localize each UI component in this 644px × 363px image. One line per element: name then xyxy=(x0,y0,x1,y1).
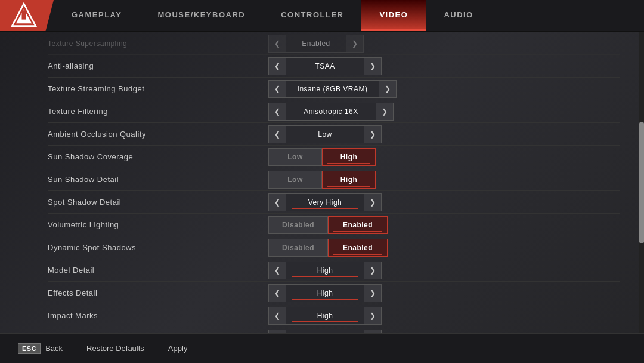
setting-label-anti-aliasing: Anti-aliasing xyxy=(48,61,268,70)
setting-control-texture-streaming: ❮ Insane (8GB VRAM) ❯ xyxy=(268,80,397,98)
setting-label-texture-filtering: Texture Filtering xyxy=(48,107,268,116)
setting-label-sun-shadow-detail: Sun Shadow Detail xyxy=(48,175,268,184)
value-box-model-detail: High xyxy=(286,262,364,279)
setting-row-anti-aliasing: Anti-aliasing ❮ TSAA ❯ xyxy=(48,55,620,78)
arrow-left-impact-marks[interactable]: ❮ xyxy=(268,307,286,325)
tab-gameplay[interactable]: GAMEPLAY xyxy=(54,0,140,31)
setting-row-impact-marks: Impact Marks ❮ High ❯ xyxy=(48,304,620,327)
restore-defaults-action[interactable]: Restore Defaults xyxy=(86,344,144,353)
restore-defaults-label: Restore Defaults xyxy=(86,344,144,353)
arrow-right-partial[interactable]: ❯ xyxy=(346,35,364,53)
toggle-disabled-dynamic[interactable]: Disabled xyxy=(268,239,328,257)
esc-key-badge: ESC xyxy=(18,343,41,354)
setting-row-model-detail: Model Detail ❮ High ❯ xyxy=(48,259,620,282)
setting-label-effects-detail: Effects Detail xyxy=(48,288,268,297)
svg-rect-2 xyxy=(21,10,26,19)
setting-row-ragdolls: Ragdolls ❮ High ❯ xyxy=(48,327,620,333)
setting-control-effects-detail: ❮ High ❯ xyxy=(268,284,382,302)
tab-controller[interactable]: CONTROLLER xyxy=(263,0,361,31)
bottom-bar: ESC Back Restore Defaults Apply xyxy=(0,333,644,363)
setting-row-volumetric-lighting: Volumetric Lighting Disabled Enabled xyxy=(48,214,620,236)
arrow-left-anti-aliasing[interactable]: ❮ xyxy=(268,57,286,75)
arrow-right-texture-filtering[interactable]: ❯ xyxy=(376,103,394,121)
toggle-high-sun-shadow-detail[interactable]: High xyxy=(322,171,376,189)
value-bar-model-detail xyxy=(292,276,358,277)
toggle-enabled-volumetric[interactable]: Enabled xyxy=(328,216,388,234)
setting-label-partial: Texture Supersampling xyxy=(48,39,268,48)
arrow-right-impact-marks[interactable]: ❯ xyxy=(364,307,382,325)
arrow-right-ambient-occlusion[interactable]: ❯ xyxy=(364,125,382,143)
scrollbar-thumb[interactable] xyxy=(639,122,644,243)
arrow-left-texture-filtering[interactable]: ❮ xyxy=(268,103,286,121)
setting-label-sun-shadow-coverage: Sun Shadow Coverage xyxy=(48,152,268,161)
value-bar-spot-shadow-detail xyxy=(292,208,358,209)
top-navigation: GAMEPLAY MOUSE/KEYBOARD CONTROLLER VIDEO… xyxy=(0,0,644,32)
back-action[interactable]: ESC Back xyxy=(18,343,63,354)
setting-control-sun-shadow-coverage: Low High xyxy=(268,148,376,166)
value-box-ambient-occlusion: Low xyxy=(286,125,364,143)
back-label: Back xyxy=(45,344,63,353)
setting-label-texture-streaming: Texture Streaming Budget xyxy=(48,84,268,93)
setting-label-spot-shadow-detail: Spot Shadow Detail xyxy=(48,198,268,207)
setting-control-model-detail: ❮ High ❯ xyxy=(268,262,382,279)
setting-control-dynamic-spot-shadows: Disabled Enabled xyxy=(268,239,388,257)
logo-area xyxy=(0,0,54,31)
tab-mouse-keyboard[interactable]: MOUSE/KEYBOARD xyxy=(140,0,263,31)
setting-control-ambient-occlusion: ❮ Low ❯ xyxy=(268,125,382,143)
main-content: Texture Supersampling ❮ Enabled ❯ Anti-a… xyxy=(0,32,644,333)
apply-label: Apply xyxy=(168,344,188,353)
value-bar-impact-marks xyxy=(292,321,358,322)
setting-label-impact-marks: Impact Marks xyxy=(48,311,268,320)
toggle-low-sun-shadow-detail[interactable]: Low xyxy=(268,171,322,189)
setting-control-texture-filtering: ❮ Anisotropic 16X ❯ xyxy=(268,103,394,121)
value-box-effects-detail: High xyxy=(286,284,364,302)
settings-panel[interactable]: Texture Supersampling ❮ Enabled ❯ Anti-a… xyxy=(0,32,644,333)
value-box-impact-marks: High xyxy=(286,307,364,325)
apex-logo xyxy=(11,2,37,29)
arrow-left-ambient-occlusion[interactable]: ❮ xyxy=(268,125,286,143)
value-box-texture-streaming: Insane (8GB VRAM) xyxy=(286,80,379,98)
setting-label-volumetric-lighting: Volumetric Lighting xyxy=(48,220,268,229)
setting-label-dynamic-spot-shadows: Dynamic Spot Shadows xyxy=(48,243,268,252)
arrow-left-spot-shadow-detail[interactable]: ❮ xyxy=(268,193,286,211)
nav-tabs: GAMEPLAY MOUSE/KEYBOARD CONTROLLER VIDEO… xyxy=(54,0,644,31)
setting-row-partial: Texture Supersampling ❮ Enabled ❯ xyxy=(48,32,620,55)
setting-control-anti-aliasing: ❮ TSAA ❯ xyxy=(268,57,382,75)
setting-row-texture-streaming: Texture Streaming Budget ❮ Insane (8GB V… xyxy=(48,78,620,100)
arrow-left-partial[interactable]: ❮ xyxy=(268,35,286,53)
setting-label-ambient-occlusion: Ambient Occlusion Quality xyxy=(48,130,268,139)
setting-row-sun-shadow-coverage: Sun Shadow Coverage Low High xyxy=(48,146,620,168)
tab-video[interactable]: VIDEO xyxy=(361,0,426,31)
arrow-right-model-detail[interactable]: ❯ xyxy=(364,262,382,279)
setting-control-impact-marks: ❮ High ❯ xyxy=(268,307,382,325)
arrow-right-texture-streaming[interactable]: ❯ xyxy=(379,80,397,98)
arrow-left-texture-streaming[interactable]: ❮ xyxy=(268,80,286,98)
arrow-right-anti-aliasing[interactable]: ❯ xyxy=(364,57,382,75)
setting-control-spot-shadow-detail: ❮ Very High ❯ xyxy=(268,193,382,211)
setting-row-spot-shadow-detail: Spot Shadow Detail ❮ Very High ❯ xyxy=(48,191,620,214)
setting-control-volumetric-lighting: Disabled Enabled xyxy=(268,216,388,234)
setting-control-partial: ❮ Enabled ❯ xyxy=(268,35,364,53)
value-box-texture-filtering: Anisotropic 16X xyxy=(286,103,376,121)
value-box-anti-aliasing: TSAA xyxy=(286,57,364,75)
toggle-enabled-dynamic[interactable]: Enabled xyxy=(328,239,388,257)
toggle-disabled-volumetric[interactable]: Disabled xyxy=(268,216,328,234)
apply-action[interactable]: Apply xyxy=(168,344,188,353)
setting-row-effects-detail: Effects Detail ❮ High ❯ xyxy=(48,282,620,304)
setting-row-sun-shadow-detail: Sun Shadow Detail Low High xyxy=(48,168,620,191)
toggle-low-sun-shadow-coverage[interactable]: Low xyxy=(268,148,322,166)
value-bar-effects-detail xyxy=(292,299,358,300)
value-box-partial: Enabled xyxy=(286,35,346,53)
arrow-right-effects-detail[interactable]: ❯ xyxy=(364,284,382,302)
value-box-spot-shadow-detail: Very High xyxy=(286,193,364,211)
tab-audio[interactable]: AUDIO xyxy=(426,0,491,31)
setting-control-sun-shadow-detail: Low High xyxy=(268,171,376,189)
setting-row-dynamic-spot-shadows: Dynamic Spot Shadows Disabled Enabled xyxy=(48,236,620,259)
arrow-left-effects-detail[interactable]: ❮ xyxy=(268,284,286,302)
arrow-left-model-detail[interactable]: ❮ xyxy=(268,262,286,279)
toggle-high-sun-shadow-coverage[interactable]: High xyxy=(322,148,376,166)
arrow-right-spot-shadow-detail[interactable]: ❯ xyxy=(364,193,382,211)
scrollbar-track xyxy=(639,32,644,333)
setting-row-texture-filtering: Texture Filtering ❮ Anisotropic 16X ❯ xyxy=(48,100,620,123)
setting-row-ambient-occlusion: Ambient Occlusion Quality ❮ Low ❯ xyxy=(48,123,620,146)
